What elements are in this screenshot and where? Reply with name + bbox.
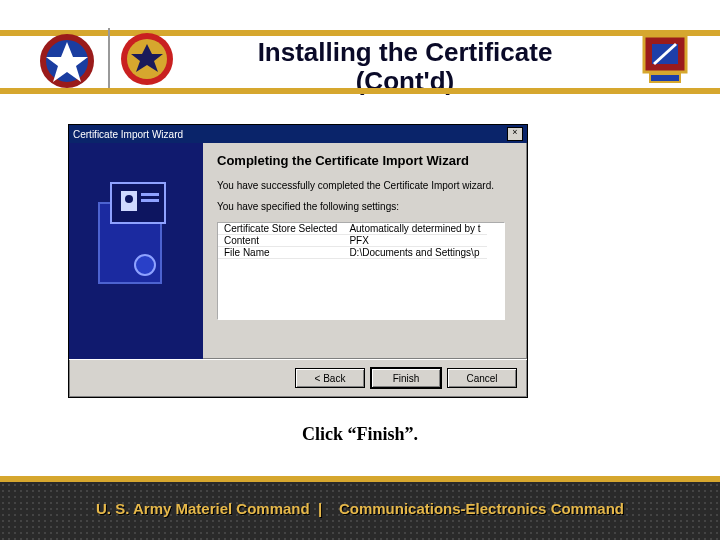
certificate-icon xyxy=(93,173,179,313)
svg-rect-13 xyxy=(141,193,159,196)
certificate-import-wizard-window: Certificate Import Wizard × Completing t… xyxy=(68,124,528,398)
svg-point-12 xyxy=(125,195,133,203)
wizard-settings-list: Certificate Store SelectedAutomatically … xyxy=(217,222,505,320)
amc-crest-icon xyxy=(38,32,96,90)
svg-rect-14 xyxy=(141,199,159,202)
svg-point-15 xyxy=(135,255,155,275)
finish-button[interactable]: Finish xyxy=(371,368,441,388)
wizard-button-bar: < Back Finish Cancel xyxy=(69,359,527,396)
close-icon[interactable]: × xyxy=(507,127,523,141)
footer-separator: | xyxy=(318,500,322,517)
slide-title: Installing the Certificate (Cont'd) xyxy=(210,38,600,95)
svg-rect-10 xyxy=(111,183,165,223)
footer-right: Communications-Electronics Command xyxy=(339,500,624,517)
instruction-text: Click “Finish”. xyxy=(0,424,720,445)
footer: U. S. Army Materiel Command | Communicat… xyxy=(0,476,720,540)
wizard-settings-label: You have specified the following setting… xyxy=(217,201,513,212)
wizard-titlebar: Certificate Import Wizard × xyxy=(69,125,527,143)
footer-left: U. S. Army Materiel Command xyxy=(96,500,310,517)
cancel-button[interactable]: Cancel xyxy=(447,368,517,388)
back-button[interactable]: < Back xyxy=(295,368,365,388)
wizard-heading: Completing the Certificate Import Wizard xyxy=(217,153,513,168)
wizard-side-graphic xyxy=(69,143,203,359)
svg-rect-8 xyxy=(650,74,680,82)
table-row: Certificate Store SelectedAutomatically … xyxy=(218,223,487,235)
wizard-title-text: Certificate Import Wizard xyxy=(73,129,183,140)
gold-divider-bottom xyxy=(0,88,720,94)
cecom-crest-icon xyxy=(118,30,176,88)
table-row: ContentPFX xyxy=(218,235,487,247)
wizard-success-text: You have successfully completed the Cert… xyxy=(217,180,513,191)
header-separator xyxy=(108,28,110,94)
gold-divider-footer xyxy=(0,476,720,482)
unit-crest-icon xyxy=(636,30,694,88)
table-row: File NameD:\Documents and Settings\p xyxy=(218,247,487,259)
